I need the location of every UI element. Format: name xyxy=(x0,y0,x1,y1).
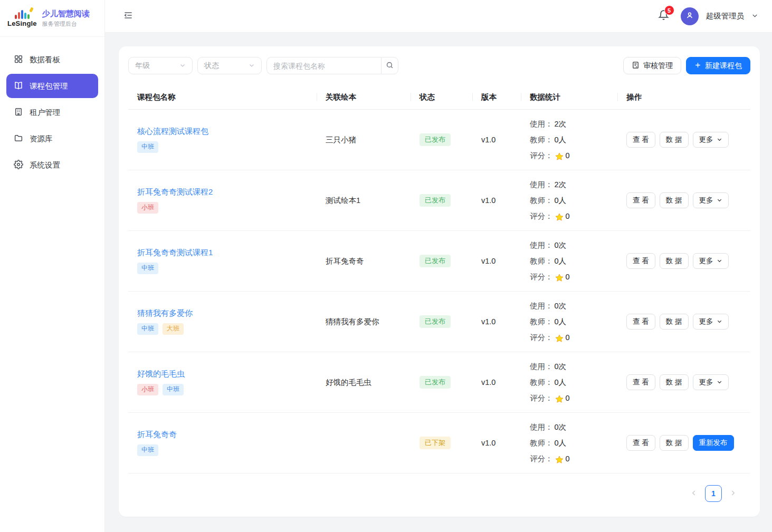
package-name-link[interactable]: 核心流程测试课程包 xyxy=(137,127,208,137)
usage-stat: 使用： 2次 xyxy=(530,116,566,132)
more-button[interactable]: 更多 xyxy=(693,314,729,330)
stats-cell: 使用： 0次 教师： 0人 评分： 0 xyxy=(521,292,617,352)
usage-stat: 使用： 0次 xyxy=(530,298,566,314)
package-name-link[interactable]: 折耳兔奇奇 xyxy=(137,430,177,440)
action-buttons: 查 看数 据更多 xyxy=(617,110,750,170)
view-button[interactable]: 查 看 xyxy=(626,435,655,451)
usage-value: 2次 xyxy=(555,177,567,192)
view-button[interactable]: 查 看 xyxy=(626,374,655,390)
republish-button[interactable]: 重新发布 xyxy=(693,435,734,451)
rating-value: 0 xyxy=(566,451,570,467)
sidebar-item-resources[interactable]: 资源库 xyxy=(6,127,98,151)
user-menu-button[interactable] xyxy=(751,12,758,21)
usage-value: 2次 xyxy=(555,116,567,132)
package-name-link[interactable]: 好饿的毛毛虫 xyxy=(137,369,185,379)
page-number-button[interactable]: 1 xyxy=(705,485,722,502)
more-button[interactable]: 更多 xyxy=(693,253,729,269)
view-button[interactable]: 查 看 xyxy=(626,132,655,148)
search-input[interactable] xyxy=(266,57,381,74)
chevron-down-icon xyxy=(249,61,255,71)
column-header-name: 课程包名称 xyxy=(128,85,317,109)
data-button[interactable]: 数 据 xyxy=(660,192,689,208)
grade-tag: 小班 xyxy=(137,202,158,214)
sidebar-menu: 数据看板 课程包管理 租户管理 资源库 系统设置 xyxy=(0,37,104,177)
chevron-down-icon xyxy=(717,197,722,205)
table-row: 猜猜我有多爱你 中班大班 猜猜我有多爱你 已发布 v1.0 使用： 0次 教师：… xyxy=(128,292,750,352)
next-page-button[interactable] xyxy=(729,489,737,498)
sidebar-item-settings[interactable]: 系统设置 xyxy=(6,153,98,177)
sidebar-collapse-button[interactable] xyxy=(123,10,134,22)
action-buttons: 查 看数 据更多 xyxy=(617,231,750,291)
grade-tag: 小班 xyxy=(137,384,158,395)
chevron-down-icon xyxy=(717,257,722,265)
search-icon xyxy=(386,61,394,71)
table-row: 折耳兔奇奇测试课程2 小班 测试绘本1 已发布 v1.0 使用： 2次 教师： … xyxy=(128,170,750,231)
teacher-stat: 教师： 0人 xyxy=(530,374,566,390)
status-badge: 已发布 xyxy=(420,315,451,328)
chevron-down-icon xyxy=(717,136,722,144)
search-button[interactable] xyxy=(381,57,398,74)
star-icon xyxy=(555,393,564,403)
teacher-value: 0人 xyxy=(555,253,567,269)
version-value: v1.0 xyxy=(481,196,495,205)
grade-tag: 中班 xyxy=(137,141,158,153)
tag-list: 中班 xyxy=(137,141,158,153)
more-button[interactable]: 更多 xyxy=(693,192,729,208)
logo-bars-icon xyxy=(15,9,30,19)
sidebar-item-label: 资源库 xyxy=(30,134,53,144)
more-button[interactable]: 更多 xyxy=(693,132,729,148)
teacher-stat: 教师： 0人 xyxy=(530,253,566,269)
status-select-value: 状态 xyxy=(204,61,219,71)
version-value: v1.0 xyxy=(481,439,495,447)
stats-cell: 使用： 0次 教师： 0人 评分： 0 xyxy=(521,352,617,412)
status-badge: 已发布 xyxy=(420,255,451,267)
sidebar-item-dashboard[interactable]: 数据看板 xyxy=(6,47,98,72)
table-row: 折耳兔奇奇 中班 已下架 v1.0 使用： 0次 教师： 0人 评分： 0 查 … xyxy=(128,413,750,473)
usage-value: 0次 xyxy=(555,298,567,314)
rating-stat: 评分： 0 xyxy=(530,330,570,345)
status-badge: 已下架 xyxy=(420,437,451,449)
grade-select-value: 年级 xyxy=(135,61,150,71)
view-button[interactable]: 查 看 xyxy=(626,192,655,208)
tag-list: 小班 xyxy=(137,202,158,214)
view-button[interactable]: 查 看 xyxy=(626,253,655,269)
package-name-link[interactable]: 折耳兔奇奇测试课程2 xyxy=(137,187,213,197)
pagination: 1 xyxy=(128,473,750,502)
usage-value: 0次 xyxy=(555,359,567,374)
chevron-down-icon xyxy=(717,318,722,326)
grade-select[interactable]: 年级 xyxy=(128,57,193,74)
sidebar-item-course-packages[interactable]: 课程包管理 xyxy=(6,74,98,98)
column-header-version: 版本 xyxy=(472,85,521,109)
star-icon xyxy=(555,151,564,160)
teacher-stat: 教师： 0人 xyxy=(530,435,566,451)
data-button[interactable]: 数 据 xyxy=(660,253,689,269)
table-row: 核心流程测试课程包 中班 三只小猪 已发布 v1.0 使用： 2次 教师： 0人… xyxy=(128,110,750,170)
audit-management-button[interactable]: 审核管理 xyxy=(623,57,681,74)
course-package-table: 课程包名称 关联绘本 状态 版本 数据统计 操作 核心流程测试课程包 中班 三只… xyxy=(128,85,750,473)
more-button[interactable]: 更多 xyxy=(693,374,729,390)
search-group xyxy=(266,57,398,74)
book-name: 测试绘本1 xyxy=(326,196,360,206)
book-name: 三只小猪 xyxy=(326,135,356,145)
create-course-package-button[interactable]: 新建课程包 xyxy=(686,57,750,74)
data-button[interactable]: 数 据 xyxy=(660,374,689,390)
avatar[interactable] xyxy=(681,7,699,25)
table-body: 核心流程测试课程包 中班 三只小猪 已发布 v1.0 使用： 2次 教师： 0人… xyxy=(128,110,750,473)
stats-cell: 使用： 0次 教师： 0人 评分： 0 xyxy=(521,231,617,291)
package-name-link[interactable]: 猜猜我有多爱你 xyxy=(137,308,193,318)
view-button[interactable]: 查 看 xyxy=(626,314,655,330)
data-button[interactable]: 数 据 xyxy=(660,435,689,451)
status-select[interactable]: 状态 xyxy=(197,57,262,74)
teacher-stat: 教师： 0人 xyxy=(530,132,566,148)
sidebar-item-tenants[interactable]: 租户管理 xyxy=(6,100,98,124)
data-button[interactable]: 数 据 xyxy=(660,314,689,330)
data-button[interactable]: 数 据 xyxy=(660,132,689,148)
current-user-name[interactable]: 超级管理员 xyxy=(706,11,745,21)
package-name-link[interactable]: 折耳兔奇奇测试课程1 xyxy=(137,248,213,258)
rating-stat: 评分： 0 xyxy=(530,451,570,467)
star-icon xyxy=(555,211,564,221)
prev-page-button[interactable] xyxy=(690,489,698,498)
rating-stat: 评分： 0 xyxy=(530,269,570,285)
notifications-button[interactable]: 5 xyxy=(658,9,669,23)
teacher-value: 0人 xyxy=(555,435,567,451)
